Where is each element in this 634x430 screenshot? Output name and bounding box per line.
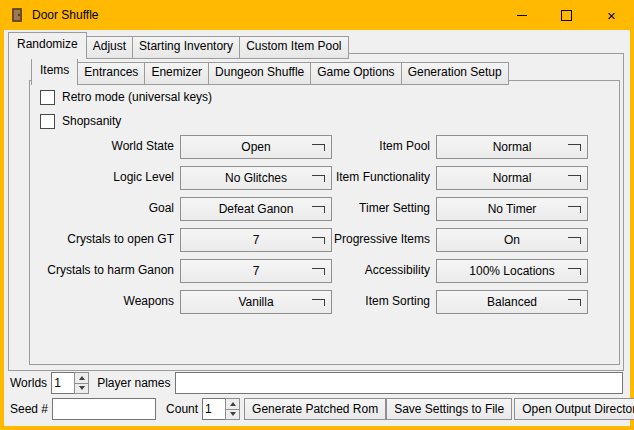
dropdown-value: 7 — [253, 264, 260, 278]
open-output-directory-button[interactable]: Open Output Directory — [514, 398, 634, 420]
dropdown-accessibility[interactable]: 100% Locations — [436, 259, 588, 283]
items-panel: Retro mode (universal keys) Shopsanity W… — [29, 80, 620, 365]
spin-down-icon — [230, 412, 236, 416]
tab-custom-item-pool[interactable]: Custom Item Pool — [239, 36, 348, 59]
label-weapons: Weapons — [30, 290, 174, 312]
close-icon: × — [607, 8, 616, 23]
dropdown-value: Normal — [493, 140, 532, 154]
window-title: Door Shuffle — [32, 8, 99, 22]
dropdown-value: Vanilla — [238, 295, 273, 309]
dropdown-indicator-icon — [568, 237, 581, 244]
checkbox-icon — [40, 90, 55, 105]
label-world-state: World State — [30, 135, 174, 157]
label-goal: Goal — [30, 197, 174, 219]
client-area: Randomize Adjust Starting Inventory Cust… — [4, 30, 630, 426]
label-item-pool: Item Pool — [290, 135, 430, 157]
randomize-panel: Items Entrances Enemizer Dungeon Shuffle… — [8, 53, 624, 371]
dropdown-item-functionality[interactable]: Normal — [436, 166, 588, 190]
window-controls: × — [499, 0, 634, 30]
minimize-icon — [517, 15, 527, 16]
count-input[interactable] — [202, 398, 225, 420]
player-names-input[interactable] — [175, 372, 624, 394]
close-button[interactable]: × — [589, 0, 634, 30]
checkbox-icon — [40, 114, 55, 129]
dropdown-progressive-items[interactable]: On — [436, 228, 588, 252]
tab-items[interactable]: Items — [31, 58, 78, 85]
dropdown-item-pool[interactable]: Normal — [436, 135, 588, 159]
dropdown-indicator-icon — [568, 206, 581, 213]
label-progressive-items: Progressive Items — [290, 228, 430, 250]
tab-dungeon-shuffle[interactable]: Dungeon Shuffle — [208, 62, 311, 85]
checkbox-label: Retro mode (universal keys) — [62, 90, 212, 104]
dropdown-value: Normal — [493, 171, 532, 185]
count-spin-down-button[interactable] — [225, 410, 240, 421]
worlds-label: Worlds — [10, 376, 47, 390]
dropdown-value: 7 — [253, 233, 260, 247]
checkbox-label: Shopsanity — [62, 114, 121, 128]
tab-generation-setup[interactable]: Generation Setup — [401, 62, 509, 85]
dropdown-value: Balanced — [487, 295, 537, 309]
maximize-icon — [561, 10, 572, 21]
spin-up-icon — [230, 402, 236, 406]
app-window: Door Shuffle × Randomize Adjust Starting… — [0, 0, 634, 430]
worlds-spinner — [51, 372, 89, 394]
tab-starting-inventory[interactable]: Starting Inventory — [132, 36, 240, 59]
spin-up-icon — [79, 376, 85, 380]
count-label: Count — [166, 402, 198, 416]
dropdown-timer-setting[interactable]: No Timer — [436, 197, 588, 221]
tab-adjust[interactable]: Adjust — [86, 36, 133, 59]
label-item-functionality: Item Functionality — [290, 166, 430, 188]
checkbox-shopsanity[interactable]: Shopsanity — [40, 113, 121, 129]
dropdown-value: 100% Locations — [469, 264, 554, 278]
label-timer-setting: Timer Setting — [290, 197, 430, 219]
save-settings-button[interactable]: Save Settings to File — [386, 398, 512, 420]
count-spin-up-button[interactable] — [225, 398, 240, 410]
checkbox-retro-mode[interactable]: Retro mode (universal keys) — [40, 89, 212, 105]
label-accessibility: Accessibility — [290, 259, 430, 281]
dropdown-value: No Glitches — [225, 171, 287, 185]
tab-game-options[interactable]: Game Options — [310, 62, 401, 85]
dropdown-value: Open — [241, 140, 270, 154]
label-item-sorting: Item Sorting — [290, 290, 430, 312]
generate-rom-button[interactable]: Generate Patched Rom — [244, 398, 386, 420]
dropdown-indicator-icon — [568, 175, 581, 182]
titlebar[interactable]: Door Shuffle × — [0, 0, 634, 30]
tab-enemizer[interactable]: Enemizer — [144, 62, 209, 85]
dropdown-value: No Timer — [488, 202, 537, 216]
dropdown-indicator-icon — [568, 144, 581, 151]
dropdown-indicator-icon — [568, 299, 581, 306]
count-spinner — [202, 398, 240, 420]
dropdown-value: Defeat Ganon — [219, 202, 294, 216]
inner-tab-bar: Items Entrances Enemizer Dungeon Shuffle… — [31, 58, 509, 85]
worlds-spin-down-button[interactable] — [74, 384, 89, 395]
tab-randomize[interactable]: Randomize — [8, 32, 87, 59]
outer-tab-bar: Randomize Adjust Starting Inventory Cust… — [8, 32, 349, 59]
minimize-button[interactable] — [499, 0, 544, 30]
dropdown-item-sorting[interactable]: Balanced — [436, 290, 588, 314]
spin-down-icon — [79, 386, 85, 390]
dropdown-value: On — [504, 233, 520, 247]
seed-input[interactable] — [52, 398, 156, 420]
player-names-label: Player names — [97, 376, 170, 390]
label-crystals-harm-ganon: Crystals to harm Ganon — [30, 259, 174, 281]
dropdown-indicator-icon — [568, 268, 581, 275]
label-crystals-open-gt: Crystals to open GT — [30, 228, 174, 250]
app-icon — [9, 7, 25, 23]
seed-label: Seed # — [10, 402, 48, 416]
worlds-spin-up-button[interactable] — [74, 372, 89, 384]
label-logic-level: Logic Level — [30, 166, 174, 188]
tab-entrances[interactable]: Entrances — [77, 62, 145, 85]
maximize-button[interactable] — [544, 0, 589, 30]
worlds-input[interactable] — [51, 372, 74, 394]
